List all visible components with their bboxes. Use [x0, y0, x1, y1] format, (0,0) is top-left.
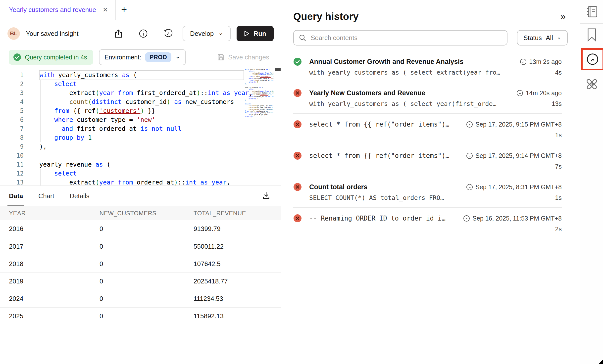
query-history-item[interactable]: Yearly New Customers and Revenue14m 20s …: [293, 82, 562, 114]
collapse-panel-icon[interactable]: »: [560, 12, 566, 21]
version-history-icon[interactable]: [164, 29, 173, 38]
new-tab-button[interactable]: +: [116, 4, 127, 16]
table-row[interactable]: 201902025418.77: [0, 273, 281, 290]
code-token: yearly_revenue: [39, 161, 96, 168]
tab-details[interactable]: Details: [70, 186, 89, 206]
error-icon: [293, 89, 302, 97]
history-item-duration: 1s: [555, 194, 562, 201]
code-line-content[interactable]: select: [39, 80, 244, 89]
tab-chart[interactable]: Chart: [38, 186, 54, 206]
history-item-timestamp: Sep 16, 2025, 11:53 PM GMT+8: [463, 215, 562, 222]
code-line[interactable]: 4 count(distinct customer_id) as new_cus…: [0, 97, 281, 106]
share-icon[interactable]: [114, 29, 123, 38]
bookmark-icon[interactable]: [586, 28, 598, 43]
code-line-content[interactable]: extract(year from first_ordered_at)::int…: [39, 89, 253, 97]
code-token: select: [54, 80, 77, 88]
table-row[interactable]: 2016091399.79: [0, 220, 281, 238]
query-history-item[interactable]: select * from {{ ref("order_items")…Sep …: [293, 114, 562, 145]
code-line[interactable]: 6 where customer_type = 'new': [0, 115, 281, 124]
catalog-notebook-icon[interactable]: [585, 5, 598, 19]
tab-bar: Yearly customers and revenue ✕ +: [0, 0, 281, 20]
code-line-content[interactable]: ),: [39, 142, 244, 151]
status-filter-dropdown[interactable]: Status All ⌄: [517, 30, 568, 46]
table-row[interactable]: 20170550011.22: [0, 238, 281, 255]
code-line[interactable]: 9),: [0, 142, 281, 151]
code-line-content[interactable]: count(distinct customer_id) as new_custo…: [39, 97, 244, 106]
query-history-item[interactable]: Annual Customer Growth and Revenue Analy…: [293, 51, 562, 82]
tab-data[interactable]: Data: [9, 186, 23, 206]
right-icon-sidebar: [580, 0, 603, 364]
column-header[interactable]: NEW_CUSTOMERS: [91, 206, 185, 220]
column-header[interactable]: YEAR: [0, 206, 91, 220]
code-line[interactable]: 8 group by 1: [0, 133, 281, 142]
environment-selector[interactable]: Environment: PROD ⌄: [99, 49, 186, 65]
code-line-content[interactable]: yearly_revenue as (: [39, 160, 244, 169]
history-item-row: select * from {{ ref("order_items")…Sep …: [293, 151, 562, 160]
code-line-content[interactable]: group by 1: [39, 133, 244, 142]
code-line[interactable]: 2 select: [0, 80, 281, 89]
code-line-content[interactable]: where customer_type = 'new': [39, 115, 244, 124]
code-line[interactable]: 12 select: [0, 169, 281, 178]
clock-icon: [466, 152, 473, 159]
code-line-content[interactable]: with yearly_customers as (: [39, 70, 244, 80]
table-row[interactable]: 20180107642.5: [0, 255, 281, 273]
tab-close-icon[interactable]: ✕: [102, 6, 108, 14]
code-area[interactable]: 1with yearly_customers as (2 select3 ext…: [0, 71, 281, 185]
code-token: customer_id: [125, 98, 167, 105]
scrollbar-thumb[interactable]: [275, 68, 281, 71]
minimap-token: 1: [257, 97, 258, 99]
code-line-content[interactable]: select: [39, 169, 244, 178]
download-icon[interactable]: [262, 191, 270, 201]
avatar[interactable]: BL: [7, 27, 20, 40]
search-box[interactable]: [293, 30, 507, 46]
code-line-content[interactable]: [39, 151, 244, 160]
code-token: as: [170, 98, 185, 105]
lineage-icon[interactable]: [585, 77, 599, 92]
save-changes-button[interactable]: Save changes: [217, 53, 269, 61]
code-token: int: [185, 179, 200, 185]
history-item-timestamp: Sep 17, 2025, 9:15 PM GMT+8: [466, 121, 562, 128]
line-number: 11: [0, 160, 24, 169]
run-label: Run: [253, 30, 266, 38]
run-button[interactable]: Run: [237, 26, 274, 41]
code-line[interactable]: 1with yearly_customers as (: [0, 71, 281, 80]
develop-button[interactable]: Develop ⌄: [183, 26, 231, 41]
code-token: (: [133, 71, 137, 79]
table-cell: 107642.5: [185, 255, 281, 273]
code-line[interactable]: 10: [0, 151, 281, 160]
query-history-item[interactable]: select * from {{ ref("order_items")…Sep …: [293, 145, 562, 176]
code-line-content[interactable]: and first_ordered_at is not null: [39, 124, 244, 133]
history-item-row: with yearly_customers as ( select extrac…: [293, 69, 562, 76]
table-cell: 0: [91, 220, 185, 238]
history-item-row: 7s: [293, 163, 562, 170]
tab-label: Yearly customers and revenue: [9, 6, 96, 14]
code-line-content[interactable]: from {{ ref('customers') }}: [39, 106, 244, 115]
code-token: and: [62, 125, 77, 132]
history-item-title: Annual Customer Growth and Revenue Analy…: [309, 58, 520, 66]
code-line[interactable]: 13 extract(year from ordered_at)::int as…: [0, 178, 281, 185]
search-input[interactable]: [311, 34, 502, 42]
minimap-token: 1: [257, 81, 258, 83]
code-line[interactable]: 7 and first_ordered_at is not null: [0, 124, 281, 133]
query-history-item[interactable]: -- Renaming ORDER_ID to order_id i…Sep 1…: [293, 208, 562, 239]
clock-icon: [516, 90, 523, 96]
code-line[interactable]: 5 from {{ ref('customers') }}: [0, 106, 281, 115]
history-item-title: Count total orders: [309, 183, 466, 191]
column-header[interactable]: TOTAL_REVENUE: [185, 206, 281, 220]
chevron-down-icon: ⌄: [557, 35, 561, 40]
info-icon[interactable]: [139, 29, 148, 38]
timestamp-text: Sep 17, 2025, 9:14 PM GMT+8: [475, 152, 562, 159]
query-history-icon-active[interactable]: [581, 48, 603, 70]
code-line-content[interactable]: extract(year from ordered_at)::int as ye…: [39, 178, 244, 185]
code-line[interactable]: 3 extract(year from first_ordered_at)::i…: [0, 89, 281, 97]
editor-minimap[interactable]: with yearly_customers as ( select extrac…: [245, 69, 274, 178]
tab-yearly-customers-and-revenue[interactable]: Yearly customers and revenue ✕: [0, 0, 115, 20]
query-history-item[interactable]: Count total ordersSep 17, 2025, 8:31 PM …: [293, 176, 562, 208]
history-item-duration: 1s: [555, 132, 562, 139]
code-token: [39, 107, 54, 114]
query-history-panel: Query history » Status All ⌄ Annual Cust…: [281, 0, 580, 364]
table-row[interactable]: 20250115892.13: [0, 307, 281, 325]
sql-editor[interactable]: 1with yearly_customers as (2 select3 ext…: [0, 67, 281, 185]
code-line[interactable]: 11yearly_revenue as (: [0, 160, 281, 169]
table-row[interactable]: 20240111234.53: [0, 290, 281, 307]
